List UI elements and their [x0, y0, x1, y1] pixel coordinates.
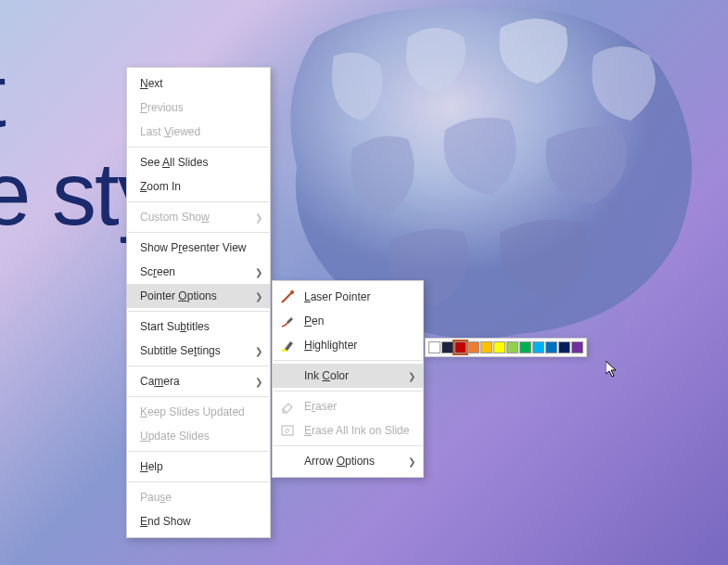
color-swatch[interactable]	[454, 341, 466, 353]
menu-item-label: Show Presenter View	[140, 241, 247, 254]
menu-item-ink-color[interactable]: Ink Color❯	[273, 364, 423, 388]
menu-item-label: Start Subtitles	[140, 320, 210, 333]
menu-item-label: Arrow Options	[304, 455, 375, 468]
color-swatch[interactable]	[506, 341, 518, 353]
color-swatch[interactable]	[532, 341, 544, 353]
menu-separator	[274, 391, 422, 392]
menu-item-label: Keep Slides Updated	[140, 405, 245, 418]
menu-item-subtitle-settings[interactable]: Subtitle Settings❯	[127, 339, 270, 363]
menu-item-previous: Previous	[127, 96, 270, 120]
ink-color-palette	[425, 338, 587, 357]
menu-separator	[128, 147, 269, 148]
pen-icon	[280, 314, 295, 328]
menu-item-highlighter[interactable]: Highlighter	[273, 333, 423, 357]
menu-item-start-subtitles[interactable]: Start Subtitles	[127, 315, 270, 339]
eraser-icon	[280, 399, 295, 414]
menu-item-label: Highlighter	[304, 339, 357, 352]
menu-item-custom-show: Custom Show❯	[127, 205, 270, 229]
menu-item-label: Help	[140, 460, 163, 473]
menu-item-help[interactable]: Help	[127, 455, 270, 479]
menu-item-label: Last Viewed	[140, 125, 200, 138]
laser-icon	[280, 289, 295, 304]
menu-item-label: Erase All Ink on Slide	[304, 424, 409, 437]
menu-item-label: Pen	[304, 315, 324, 327]
menu-item-keep-slides-updated: Keep Slides Updated	[127, 400, 270, 424]
menu-item-arrow-options[interactable]: Arrow Options❯	[273, 449, 423, 473]
menu-item-label: Laser Pointer	[304, 290, 370, 303]
menu-separator	[128, 482, 269, 482]
menu-item-screen[interactable]: Screen❯	[127, 260, 270, 284]
mouse-cursor	[606, 361, 620, 384]
color-swatch[interactable]	[441, 341, 453, 353]
menu-item-update-slides: Update Slides	[127, 424, 270, 448]
color-swatch[interactable]	[558, 341, 570, 353]
menu-separator	[128, 451, 269, 452]
menu-item-label: See All Slides	[140, 156, 208, 169]
svg-rect-3	[282, 426, 293, 435]
slideshow-context-menu: NextPreviousLast ViewedSee All SlidesZoo…	[126, 67, 271, 538]
menu-item-label: Update Slides	[140, 430, 210, 443]
color-swatch[interactable]	[493, 341, 505, 353]
highlighter-icon	[280, 338, 295, 353]
chevron-right-icon: ❯	[255, 377, 262, 387]
chevron-right-icon: ❯	[255, 346, 262, 356]
menu-item-eraser: Eraser	[273, 394, 423, 418]
color-swatch[interactable]	[519, 341, 531, 353]
pointer-options-submenu: Laser PointerPenHighlighterInk Color❯Era…	[272, 280, 424, 478]
color-swatch[interactable]	[571, 341, 583, 353]
menu-item-label: Custom Show	[140, 211, 210, 224]
color-swatch[interactable]	[467, 341, 479, 353]
menu-item-label: Pointer Options	[140, 289, 217, 302]
color-swatch[interactable]	[428, 341, 441, 353]
color-swatch[interactable]	[545, 341, 557, 353]
menu-item-see-all-slides[interactable]: See All Slides	[127, 150, 270, 174]
menu-item-label: Ink Color	[304, 369, 349, 382]
menu-item-laser-pointer[interactable]: Laser Pointer	[273, 285, 423, 309]
menu-separator	[128, 201, 269, 202]
menu-item-label: Pause	[140, 491, 172, 504]
menu-separator	[128, 311, 269, 312]
menu-separator	[128, 232, 269, 233]
blank-icon	[280, 454, 295, 469]
chevron-right-icon: ❯	[255, 267, 262, 277]
menu-item-pointer-options[interactable]: Pointer Options❯	[127, 284, 270, 308]
menu-item-label: Previous	[140, 101, 184, 114]
menu-item-end-show[interactable]: End Show	[127, 509, 270, 533]
menu-item-label: Subtitle Settings	[140, 344, 221, 357]
chevron-right-icon: ❯	[408, 371, 415, 381]
color-swatch[interactable]	[480, 341, 492, 353]
chevron-right-icon: ❯	[255, 212, 262, 223]
menu-item-label: Next	[140, 77, 163, 90]
chevron-right-icon: ❯	[408, 456, 415, 467]
svg-point-1	[290, 290, 294, 294]
chevron-right-icon: ❯	[255, 291, 262, 302]
menu-item-next[interactable]: Next	[127, 71, 270, 96]
menu-item-erase-all-ink-on-slide: Erase All Ink on Slide	[273, 418, 423, 443]
menu-item-pause: Pause	[127, 485, 270, 509]
menu-item-show-presenter-view[interactable]: Show Presenter View	[127, 236, 270, 260]
menu-separator	[274, 360, 422, 361]
menu-item-label: Zoom In	[140, 180, 181, 193]
menu-separator	[274, 445, 422, 446]
erase-all-icon	[280, 423, 295, 438]
blank-icon	[280, 368, 295, 383]
menu-item-label: Screen	[140, 265, 175, 278]
menu-item-label: Eraser	[304, 400, 337, 413]
menu-separator	[128, 366, 269, 366]
menu-separator	[128, 396, 269, 397]
menu-item-label: End Show	[140, 515, 191, 528]
menu-item-camera[interactable]: Camera❯	[127, 369, 270, 393]
menu-item-last-viewed: Last Viewed	[127, 120, 270, 144]
menu-item-zoom-in[interactable]: Zoom In	[127, 174, 270, 199]
menu-item-label: Camera	[140, 375, 180, 388]
svg-line-0	[282, 293, 291, 302]
menu-item-pen[interactable]: Pen	[273, 309, 423, 333]
